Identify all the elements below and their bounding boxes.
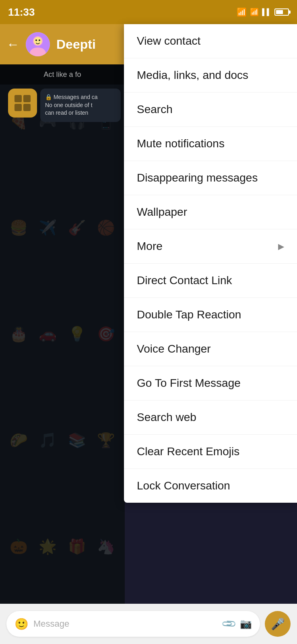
menu-label-search-web: Search web [137,411,196,424]
menu-label-double-tap-reaction: Double Tap Reaction [137,308,241,321]
message-input-field[interactable]: 🙂 Message 📎 📷 [6,611,260,637]
icon-dot-3 [14,104,22,111]
menu-label-view-contact: View contact [137,35,200,47]
bg-pattern: 🍕🎮🎧📱🍔✈️🎸🏀🎂🚗💡🎯🌮🎵📚🏆🎃🌟🎁🦄 [0,64,125,604]
back-button[interactable]: ← [6,37,19,52]
encryption-bubble: 🔒 Messages and caNo one outside of tcan … [40,89,121,122]
pattern-icon: 💡 [66,285,88,383]
icon-bubble-inner [14,95,31,111]
mic-button[interactable]: 🎤 [265,611,291,637]
message-placeholder: Message [33,619,218,629]
menu-item-wallpaper[interactable]: Wallpaper [124,195,297,229]
pattern-icon: 🌮 [8,391,29,489]
menu-label-media-links-docs: Media, links, and docs [137,69,248,82]
camera-button[interactable]: 📷 [240,618,252,630]
input-bar: 🙂 Message 📎 📷 🎤 [0,604,297,644]
chat-background: 🍕🎮🎧📱🍔✈️🎸🏀🎂🚗💡🎯🌮🎵📚🏆🎃🌟🎁🦄 [0,64,125,604]
signal-icon-2: ▌▌ [262,8,271,16]
pattern-icon: 🎸 [66,179,88,277]
pattern-icon: 🏆 [96,391,117,489]
icon-bubble [8,89,37,118]
menu-label-disappearing-messages: Disappearing messages [137,171,258,184]
pattern-icon: ✈️ [37,179,59,277]
menu-item-go-to-first-message[interactable]: Go To First Message [124,366,297,400]
context-menu: View contactMedia, links, and docsSearch… [124,24,297,503]
signal-icon-1: 📶 [250,8,259,17]
menu-label-mute-notifications: Mute notifications [137,137,225,150]
menu-item-double-tap-reaction[interactable]: Double Tap Reaction [124,298,297,332]
status-bar: 11:33 📶 📶 ▌▌ [0,0,297,24]
chat-subheader-text: Act like a fo [43,70,81,79]
contact-avatar[interactable] [26,32,50,56]
wifi-icon: 📶 [237,7,247,17]
pattern-icon: 🎯 [96,285,117,383]
icon-dot-2 [23,95,31,102]
menu-item-clear-recent-emojis[interactable]: Clear Recent Emojis [124,435,297,469]
menu-item-disappearing-messages[interactable]: Disappearing messages [124,161,297,195]
chat-subheader: Act like a fo [0,64,125,85]
status-time: 11:33 [8,6,35,19]
pattern-icon: 🚗 [37,285,59,383]
pattern-icon: 📚 [66,391,88,489]
menu-label-more: More [137,240,163,253]
pattern-icon: 🎂 [8,285,29,383]
pattern-icon: 🏀 [96,179,117,277]
menu-item-search[interactable]: Search [124,93,297,127]
pattern-icon: 🎁 [66,497,88,596]
pattern-icon: 🎃 [8,497,29,596]
svg-point-4 [35,39,37,41]
battery-icon [274,8,289,16]
status-icons: 📶 📶 ▌▌ [237,7,289,17]
menu-label-lock-conversation: Lock Conversation [137,479,230,492]
attach-button[interactable]: 📎 [221,615,237,632]
menu-item-media-links-docs[interactable]: Media, links, and docs [124,58,297,93]
menu-item-voice-changer[interactable]: Voice Changer [124,332,297,366]
mic-icon: 🎤 [271,617,285,631]
pattern-icon: 🎵 [37,391,59,489]
menu-label-go-to-first-message: Go To First Message [137,377,241,390]
emoji-button[interactable]: 🙂 [14,617,29,631]
menu-item-view-contact[interactable]: View contact [124,24,297,58]
svg-point-5 [39,39,40,41]
menu-item-more[interactable]: More▶ [124,229,297,264]
menu-item-search-web[interactable]: Search web [124,400,297,435]
menu-label-voice-changer: Voice Changer [137,343,211,355]
menu-item-mute-notifications[interactable]: Mute notifications [124,127,297,161]
chevron-right-icon: ▶ [278,242,284,251]
pattern-icon: 🍕 [8,72,29,171]
menu-label-clear-recent-emojis: Clear Recent Emojis [137,445,239,458]
menu-label-wallpaper: Wallpaper [137,206,187,219]
menu-item-direct-contact-link[interactable]: Direct Contact Link [124,264,297,298]
menu-item-lock-conversation[interactable]: Lock Conversation [124,469,297,503]
pattern-icon: 🦄 [96,497,117,596]
menu-label-search: Search [137,103,173,116]
encryption-text: 🔒 Messages and caNo one outside of tcan … [45,93,116,117]
icon-dot-1 [14,95,22,102]
icon-dot-4 [23,104,31,111]
pattern-icon: 🍔 [8,179,29,277]
pattern-icon: 🌟 [37,497,59,596]
menu-label-direct-contact-link: Direct Contact Link [137,274,232,287]
